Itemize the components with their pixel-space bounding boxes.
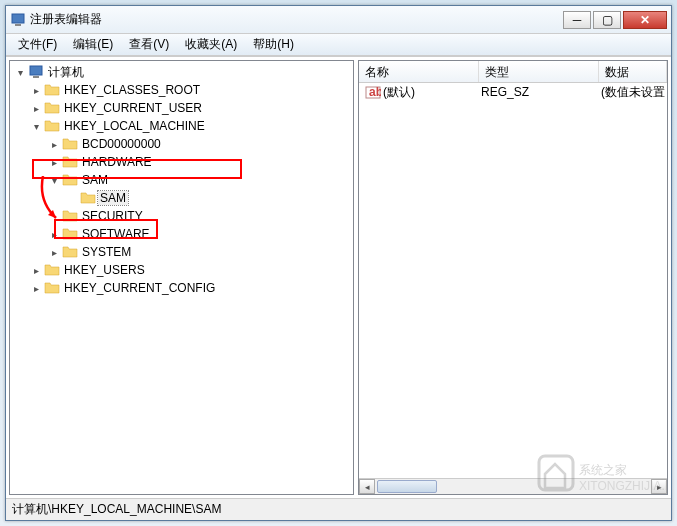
list-row[interactable]: (默认) REG_SZ (数值未设置 (359, 83, 667, 101)
node-label: HKEY_CURRENT_CONFIG (62, 281, 217, 295)
tree-node-hardware[interactable]: ▸ HARDWARE (46, 153, 353, 171)
tree-node-sam[interactable]: ▾ SAM (46, 171, 353, 189)
expander-icon[interactable]: ▸ (46, 244, 62, 260)
menu-bar: 文件(F) 编辑(E) 查看(V) 收藏夹(A) 帮助(H) (6, 34, 671, 56)
folder-icon (80, 190, 96, 206)
node-label: BCD00000000 (80, 137, 163, 151)
menu-help[interactable]: 帮助(H) (245, 34, 302, 55)
menu-favorites[interactable]: 收藏夹(A) (177, 34, 245, 55)
tree-node-software[interactable]: ▸ SOFTWARE (46, 225, 353, 243)
folder-icon (44, 280, 60, 296)
expander-icon[interactable]: ▸ (28, 100, 44, 116)
folder-icon (62, 154, 78, 170)
tree-node-hkcc[interactable]: ▸ HKEY_CURRENT_CONFIG (28, 279, 353, 297)
menu-file[interactable]: 文件(F) (10, 34, 65, 55)
tree-panel[interactable]: ▾ 计算机 ▸ HKEY_CLASSES_ROOT ▸ HKEY_CURRENT… (9, 60, 354, 495)
node-label: HARDWARE (80, 155, 154, 169)
list-body[interactable]: (默认) REG_SZ (数值未设置 (359, 83, 667, 478)
value-name-cell: (默认) (363, 84, 479, 101)
folder-icon (44, 118, 60, 134)
node-label: SYSTEM (80, 245, 133, 259)
status-path: 计算机\HKEY_LOCAL_MACHINE\SAM (12, 501, 221, 518)
folder-icon (44, 262, 60, 278)
tree-node-hkcr[interactable]: ▸ HKEY_CLASSES_ROOT (28, 81, 353, 99)
registry-editor-window: 注册表编辑器 ─ ▢ ✕ 文件(F) 编辑(E) 查看(V) 收藏夹(A) 帮助… (5, 5, 672, 521)
column-header-type[interactable]: 类型 (479, 61, 599, 82)
app-icon (10, 12, 26, 28)
expander-icon[interactable]: ▾ (12, 64, 28, 80)
list-header: 名称 类型 数据 (359, 61, 667, 83)
folder-icon (62, 136, 78, 152)
tree-node-sam-child[interactable]: ▸ SAM (64, 189, 353, 207)
title-bar[interactable]: 注册表编辑器 ─ ▢ ✕ (6, 6, 671, 34)
folder-icon (44, 82, 60, 98)
minimize-button[interactable]: ─ (563, 11, 591, 29)
scroll-right-button[interactable]: ▸ (651, 479, 667, 494)
folder-icon (62, 226, 78, 242)
node-label: SECURITY (80, 209, 145, 223)
value-type: REG_SZ (479, 85, 599, 99)
close-button[interactable]: ✕ (623, 11, 667, 29)
expander-icon[interactable]: ▾ (46, 172, 62, 188)
node-label: HKEY_USERS (62, 263, 147, 277)
string-value-icon (365, 84, 381, 100)
horizontal-scrollbar[interactable]: ◂ ▸ (359, 478, 667, 494)
node-label: 计算机 (46, 64, 86, 81)
scroll-thumb[interactable] (377, 480, 437, 493)
node-label: SAM (98, 191, 128, 205)
maximize-button[interactable]: ▢ (593, 11, 621, 29)
tree-node-system[interactable]: ▸ SYSTEM (46, 243, 353, 261)
tree-node-hkcu[interactable]: ▸ HKEY_CURRENT_USER (28, 99, 353, 117)
column-header-name[interactable]: 名称 (359, 61, 479, 82)
window-title: 注册表编辑器 (30, 11, 563, 28)
computer-icon (28, 64, 44, 80)
column-header-data[interactable]: 数据 (599, 61, 667, 82)
node-label: SOFTWARE (80, 227, 152, 241)
menu-edit[interactable]: 编辑(E) (65, 34, 121, 55)
folder-icon (62, 244, 78, 260)
node-label: HKEY_LOCAL_MACHINE (62, 119, 207, 133)
node-label: SAM (80, 173, 110, 187)
window-controls: ─ ▢ ✕ (563, 11, 667, 29)
tree-node-bcd[interactable]: ▸ BCD00000000 (46, 135, 353, 153)
value-data: (数值未设置 (599, 84, 667, 101)
expander-icon[interactable]: ▸ (46, 136, 62, 152)
folder-icon (62, 172, 78, 188)
value-name: (默认) (383, 84, 415, 101)
content-area: ▾ 计算机 ▸ HKEY_CLASSES_ROOT ▸ HKEY_CURRENT… (6, 56, 671, 498)
tree-node-security[interactable]: ▸ SECURITY (46, 207, 353, 225)
tree-node-computer[interactable]: ▾ 计算机 (10, 63, 353, 81)
tree-node-hku[interactable]: ▸ HKEY_USERS (28, 261, 353, 279)
expander-icon[interactable]: ▾ (28, 118, 44, 134)
status-bar: 计算机\HKEY_LOCAL_MACHINE\SAM (6, 498, 671, 520)
expander-icon[interactable]: ▸ (28, 280, 44, 296)
node-label: HKEY_CLASSES_ROOT (62, 83, 202, 97)
menu-view[interactable]: 查看(V) (121, 34, 177, 55)
expander-icon[interactable]: ▸ (46, 226, 62, 242)
expander-icon[interactable]: ▸ (28, 82, 44, 98)
scroll-track[interactable] (375, 479, 651, 494)
expander-icon[interactable]: ▸ (46, 154, 62, 170)
value-list-panel: 名称 类型 数据 (默认) REG_SZ (数值未设置 ◂ (358, 60, 668, 495)
folder-icon (62, 208, 78, 224)
folder-icon (44, 100, 60, 116)
tree-node-hklm[interactable]: ▾ HKEY_LOCAL_MACHINE (28, 117, 353, 135)
scroll-left-button[interactable]: ◂ (359, 479, 375, 494)
node-label: HKEY_CURRENT_USER (62, 101, 204, 115)
expander-icon[interactable]: ▸ (28, 262, 44, 278)
